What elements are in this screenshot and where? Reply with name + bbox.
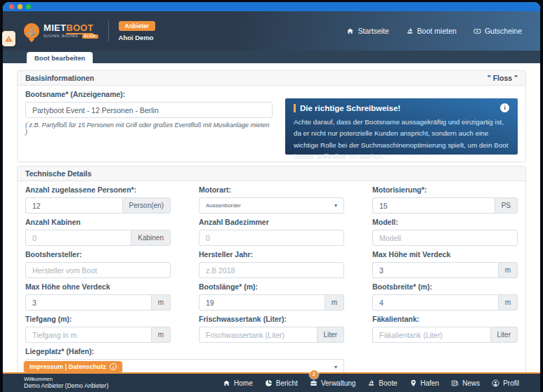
footer-nav-item-bericht[interactable]: Bericht <box>265 379 298 387</box>
welcome-line: Willkommen <box>24 376 108 382</box>
field-bootshersteller: Bootshersteller: <box>25 246 171 278</box>
footer-nav-item-profil[interactable]: Profil <box>492 379 519 387</box>
nav-label: Bericht <box>276 379 298 387</box>
account-line: Demo Anbieter (Demo Anbieter) <box>24 382 108 390</box>
max-hoehe-mit-verdeck-input[interactable] <box>372 262 498 278</box>
nav-label: Verwaltung <box>321 379 355 387</box>
sailboat-icon <box>367 379 375 387</box>
minimize-window-button[interactable] <box>18 4 22 9</box>
max-hoehe-ohne-verdeck-input[interactable] <box>25 294 151 311</box>
field-bootsbreite: Bootsbreite* (m):m <box>372 278 518 311</box>
footer-bar: Willkommen Demo Anbieter (Demo Anbieter)… <box>3 372 540 392</box>
field-anzahl-kabinen: Anzahl KabinenKabinen <box>25 214 171 246</box>
bootsname-input[interactable] <box>25 102 273 118</box>
technical-fields-grid: Anzahl zugelassene Personen*:Person(en)M… <box>18 181 525 372</box>
unit-addon: Liter <box>317 327 344 343</box>
brand-klick-chip: KLICK <box>82 34 98 39</box>
hersteller-jahr-input[interactable] <box>199 262 344 278</box>
nav-label: Home <box>234 379 253 387</box>
max-hoehe-ohne-verdeck-label: Max Höhe ohne Verdeck <box>25 282 171 292</box>
info-icon: i <box>110 363 117 370</box>
impressum-badge[interactable]: Impressum | Datenschutz i <box>24 361 122 372</box>
faekalientank-input[interactable] <box>372 327 490 343</box>
field-hersteller-jahr: Hersteller Jahr: <box>199 246 344 278</box>
tiefgang-label: Tiefgang (m): <box>25 315 171 324</box>
bootsname-hint: ( z.B. Partyfloß für 15 Personen mit Gri… <box>25 122 273 136</box>
app-header: ⚓ MIETBOOT SUCHEN. BUCHEN. KLICK Anbiete… <box>3 11 540 51</box>
nav-item-boot-mieten[interactable]: Boot mieten <box>406 27 457 35</box>
footer-nav-item-home[interactable]: Home <box>223 379 253 387</box>
liegeplatz-label: Liegeplatz* (Hafen): <box>25 347 344 356</box>
section-title-technische-details: Technische Details <box>25 169 91 178</box>
nav-item-startseite[interactable]: Startseite <box>346 27 388 35</box>
unit-addon: m <box>151 327 171 343</box>
unit-addon: Kabinen <box>131 230 171 246</box>
nav-item-gutscheine[interactable]: Gutscheine <box>473 27 522 35</box>
close-window-button[interactable] <box>9 4 14 9</box>
footer-nav-item-hafen[interactable]: Hafen <box>410 379 440 387</box>
motorart-select[interactable]: Aussenborder▾ <box>199 197 344 214</box>
brand-text-miet: MIET <box>44 22 66 33</box>
header-divider <box>108 20 109 41</box>
briefcase-icon <box>310 379 318 387</box>
selected-value: Aussenborder <box>206 202 241 209</box>
chevron-down-icon: ▾ <box>334 202 337 209</box>
header-nav: StartseiteBoot mietenGutscheine <box>346 27 522 35</box>
modell-input[interactable] <box>372 230 518 246</box>
zoom-window-button[interactable] <box>26 4 31 9</box>
unit-addon: m <box>325 294 344 311</box>
field-motorisierung: Motorisierung*:PS <box>372 181 518 214</box>
info-box-body: Achte darauf, dass der Bootsname aussage… <box>294 117 509 163</box>
warning-button[interactable] <box>2 31 15 46</box>
tab-boot-bearbeiten[interactable]: Boot bearbeiten <box>27 52 93 63</box>
footer-nav-item-verwaltung[interactable]: Verwaltung2 <box>310 379 355 387</box>
anzahl-kabinen-label: Anzahl Kabinen <box>25 218 171 227</box>
anchor-pin-icon: ⚓ <box>24 23 39 39</box>
anzahl-badezimmer-input[interactable] <box>199 230 344 246</box>
footer-nav-item-news[interactable]: News <box>451 379 480 387</box>
mietboot-logo[interactable]: ⚓ MIETBOOT SUCHEN. BUCHEN. KLICK <box>24 23 98 39</box>
role-badge: Anbieter <box>119 21 155 31</box>
field-anzahl-personen: Anzahl zugelassene Personen*:Person(en) <box>25 181 171 214</box>
anzahl-personen-label: Anzahl zugelassene Personen*: <box>25 185 171 195</box>
field-frischwassertank: Frischwassertank (Liter):Liter <box>199 311 344 343</box>
field-faekalientank: Fäkalientank:Liter <box>372 311 518 343</box>
bootsbreite-input[interactable] <box>372 294 498 311</box>
footer-nav-item-boote[interactable]: Boote <box>367 379 397 387</box>
frischwassertank-input[interactable] <box>199 327 317 343</box>
field-max-hoehe-mit-verdeck: Max Höhe mit Verdeckm <box>372 246 518 278</box>
voucher-icon <box>473 27 481 35</box>
motorisierung-label: Motorisierung*: <box>372 185 518 195</box>
modell-label: Modell: <box>372 218 518 227</box>
bootshersteller-input[interactable] <box>25 262 171 278</box>
field-max-hoehe-ohne-verdeck: Max Höhe ohne Verdeckm <box>25 278 171 311</box>
anzahl-kabinen-input[interactable] <box>25 230 131 246</box>
report-icon <box>265 379 273 387</box>
boat-type-title: " Floss " <box>488 74 518 82</box>
tiefgang-input[interactable] <box>25 327 151 343</box>
motorisierung-input[interactable] <box>372 197 495 214</box>
faekalientank-label: Fäkalientank: <box>372 315 518 324</box>
nav-label: Boote <box>379 379 397 387</box>
bootshersteller-label: Bootshersteller: <box>25 250 171 259</box>
section-title-basisinformationen: Basisinformationen <box>25 74 94 82</box>
macos-window: ⚓ MIETBOOT SUCHEN. BUCHEN. KLICK Anbiete… <box>3 2 540 392</box>
info-box-title: Die richtige Schreibweise! <box>300 104 400 112</box>
tab-bar: Boot bearbeiten <box>3 51 540 63</box>
window-titlebar <box>3 2 540 11</box>
panel-technische-details: Technische Details Anzahl zugelassene Pe… <box>17 166 526 372</box>
main-content: Basisinformationen " Floss " Bootsname* … <box>3 63 540 372</box>
motorart-label: Motorart: <box>199 185 344 195</box>
anzahl-personen-input[interactable] <box>25 197 122 214</box>
profile-icon <box>492 379 499 387</box>
unit-addon: m <box>151 294 171 311</box>
info-icon[interactable]: i <box>500 103 509 112</box>
bootslaenge-input[interactable] <box>199 294 325 311</box>
unit-addon: m <box>498 262 518 278</box>
nav-label: News <box>462 379 480 387</box>
bootsbreite-label: Bootsbreite* (m): <box>372 282 518 292</box>
info-box-schreibweise: Die richtige Schreibweise! i Achte darau… <box>285 98 518 155</box>
max-hoehe-mit-verdeck-label: Max Höhe mit Verdeck <box>372 250 518 259</box>
screen: ⚓ MIETBOOT SUCHEN. BUCHEN. KLICK Anbiete… <box>0 0 543 392</box>
home-icon <box>346 27 354 35</box>
